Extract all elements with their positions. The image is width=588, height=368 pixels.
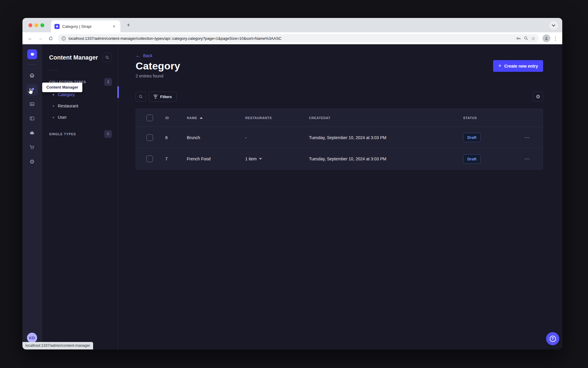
table-settings-button[interactable]: ⚙ bbox=[533, 92, 543, 102]
sidebar-search-button[interactable] bbox=[102, 53, 112, 62]
browser-tab[interactable]: Category | Strapi × bbox=[51, 20, 120, 32]
maximize-window-button[interactable] bbox=[40, 23, 44, 27]
back-arrow-icon: ← bbox=[136, 53, 140, 58]
url-text: localhost:1337/admin/content-manager/col… bbox=[69, 36, 513, 41]
row-actions-icon[interactable]: ⋯ bbox=[519, 156, 536, 162]
bullet-icon bbox=[53, 105, 54, 107]
chevron-down-icon bbox=[259, 158, 262, 160]
new-tab-button[interactable]: + bbox=[125, 22, 132, 29]
column-header-restaurants: RESTAURANTS bbox=[245, 116, 309, 120]
single-types-label: SINGLE TYPES bbox=[49, 132, 76, 136]
bullet-icon bbox=[53, 94, 54, 95]
link-status-bar: localhost:1337/admin/content-manager bbox=[22, 342, 93, 349]
password-key-icon[interactable] bbox=[516, 36, 521, 41]
table-row[interactable]: 7 French Food 1 item Tuesday, September … bbox=[136, 148, 543, 169]
status-badge: Draft bbox=[463, 154, 481, 164]
cell-name: Brunch bbox=[187, 135, 245, 140]
chevron-down-icon bbox=[552, 23, 555, 26]
column-header-createdat: CREATEDAT bbox=[309, 116, 463, 120]
cell-restaurants-dropdown[interactable]: 1 item bbox=[245, 156, 309, 161]
cloud-icon[interactable] bbox=[26, 127, 38, 139]
sidebar-item-restaurant[interactable]: Restaurant bbox=[42, 100, 118, 112]
close-window-button[interactable] bbox=[28, 23, 32, 27]
sidebar-item-user[interactable]: User bbox=[42, 112, 118, 123]
filters-label: Filters bbox=[160, 95, 172, 99]
reload-button[interactable] bbox=[46, 34, 55, 42]
status-badge: Draft bbox=[463, 133, 481, 142]
sidebar-item-label: Category bbox=[58, 92, 75, 97]
entries-table: ID NAME RESTAURANTS CREATEDAT STATUS 8 B… bbox=[136, 109, 543, 170]
bullet-icon bbox=[53, 117, 54, 118]
single-types-count-badge: 0 bbox=[104, 130, 112, 138]
back-link[interactable]: ← Back bbox=[136, 53, 152, 58]
row-actions-icon[interactable]: ⋯ bbox=[519, 134, 536, 141]
tab-search-button[interactable] bbox=[549, 21, 558, 30]
strapi-app: ⚙ KD Content Manager COLLECTION TYPES 3 … bbox=[22, 44, 562, 349]
filters-button[interactable]: Filters bbox=[149, 92, 177, 102]
tab-title: Category | Strapi bbox=[62, 24, 109, 29]
browser-forward-button[interactable]: → bbox=[36, 34, 45, 42]
help-button[interactable]: ? bbox=[546, 332, 559, 345]
cell-name: French Food bbox=[187, 156, 245, 161]
address-bar[interactable]: localhost:1337/admin/content-manager/col… bbox=[58, 34, 539, 42]
rail-divider bbox=[28, 64, 36, 65]
sidebar-divider bbox=[49, 70, 58, 70]
question-mark-icon: ? bbox=[550, 336, 556, 342]
browser-back-button[interactable]: ← bbox=[26, 34, 34, 42]
plus-icon: + bbox=[498, 63, 501, 69]
strapi-favicon-icon bbox=[54, 24, 60, 29]
select-all-checkbox[interactable] bbox=[146, 115, 153, 121]
active-item-indicator bbox=[117, 86, 119, 98]
browser-toolbar: ← → localhost:1337/admin/content-manager… bbox=[22, 32, 562, 44]
table-header-row: ID NAME RESTAURANTS CREATEDAT STATUS bbox=[136, 109, 543, 127]
media-library-icon[interactable] bbox=[26, 98, 38, 110]
minimize-window-button[interactable] bbox=[34, 23, 38, 27]
main-content: ← Back Category + Create new entry 2 ent… bbox=[118, 44, 562, 349]
cell-createdat: Tuesday, September 10, 2024 at 3:03 PM bbox=[309, 156, 463, 161]
restaurants-count-label: 1 item bbox=[245, 156, 257, 161]
row-checkbox[interactable] bbox=[146, 156, 153, 162]
site-info-icon[interactable] bbox=[61, 36, 66, 41]
hand-cursor-icon bbox=[27, 87, 34, 96]
collection-types-count-badge: 3 bbox=[104, 78, 112, 86]
sidebar-title: Content Manager bbox=[49, 54, 98, 61]
page-title: Category bbox=[136, 60, 180, 72]
gear-icon: ⚙ bbox=[536, 94, 540, 99]
browser-menu-icon[interactable]: ⋮ bbox=[552, 35, 559, 42]
cell-id: 7 bbox=[165, 156, 187, 161]
settings-gear-icon[interactable]: ⚙ bbox=[26, 156, 38, 167]
bookmark-star-icon[interactable]: ☆ bbox=[531, 36, 535, 41]
browser-profile-avatar[interactable] bbox=[542, 34, 550, 42]
cell-id: 8 bbox=[165, 135, 187, 140]
table-search-button[interactable] bbox=[136, 92, 146, 102]
zoom-icon[interactable] bbox=[524, 36, 528, 41]
create-button-label: Create new entry bbox=[504, 64, 538, 69]
sort-ascending-icon bbox=[200, 117, 203, 119]
cell-createdat: Tuesday, September 10, 2024 at 3:03 PM bbox=[309, 135, 463, 140]
sidebar-item-label: User bbox=[58, 115, 67, 120]
filter-icon bbox=[154, 95, 157, 98]
column-header-id[interactable]: ID bbox=[165, 116, 187, 120]
column-header-name-label: NAME bbox=[187, 116, 197, 120]
back-label: Back bbox=[143, 53, 152, 58]
marketplace-cart-icon[interactable] bbox=[26, 142, 38, 153]
create-new-entry-button[interactable]: + Create new entry bbox=[493, 60, 543, 72]
column-header-status: STATUS bbox=[463, 116, 519, 120]
row-checkbox[interactable] bbox=[146, 134, 153, 141]
content-manager-tooltip: Content Manager bbox=[42, 83, 82, 92]
content-type-builder-icon[interactable] bbox=[26, 113, 38, 124]
table-row[interactable]: 8 Brunch - Tuesday, September 10, 2024 a… bbox=[136, 127, 543, 148]
tab-strip: Category | Strapi × + bbox=[22, 18, 562, 32]
user-avatar[interactable]: KD bbox=[27, 333, 37, 343]
tab-close-icon[interactable]: × bbox=[111, 24, 117, 29]
entries-count: 2 entries found bbox=[136, 74, 543, 78]
cell-restaurants: - bbox=[245, 135, 309, 140]
strapi-logo[interactable] bbox=[27, 49, 37, 59]
home-icon[interactable] bbox=[26, 70, 38, 81]
column-header-name[interactable]: NAME bbox=[187, 116, 245, 120]
sidebar-item-label: Restaurant bbox=[58, 104, 78, 108]
browser-window: Category | Strapi × + ← → localhost:1337… bbox=[22, 18, 562, 349]
